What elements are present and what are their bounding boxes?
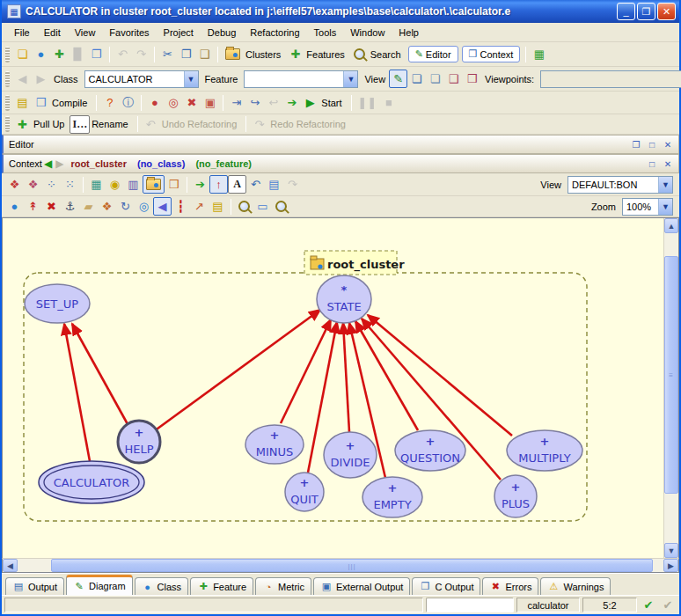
features-icon[interactable]: ✚ xyxy=(286,45,304,63)
tab-warnings[interactable]: ⚠Warnings xyxy=(540,577,611,595)
menu-file[interactable]: File xyxy=(7,25,37,40)
copy-icon[interactable]: ❐ xyxy=(177,45,195,63)
text-tool-icon[interactable]: A xyxy=(228,175,246,194)
class-ancestors-icon[interactable]: ❖ xyxy=(24,175,42,194)
diagram-history-icon[interactable]: ▤ xyxy=(265,175,283,194)
breakpoint-disable-icon[interactable]: ◎ xyxy=(164,93,182,112)
features-button[interactable]: ✚Features xyxy=(286,45,348,63)
crop-icon[interactable]: ◎ xyxy=(135,197,153,216)
run-no-stop-icon[interactable]: ➔ xyxy=(282,93,301,112)
link-tool-icon[interactable]: ↗ xyxy=(190,197,209,216)
pull-up-icon[interactable]: ✚ xyxy=(13,115,32,134)
diagram-canvas[interactable]: root_clusterSET_UP*STATE+HELPCALCULATOR+… xyxy=(3,218,663,558)
editor-toggle-button[interactable]: ✎Editor xyxy=(408,46,458,62)
tab-metric[interactable]: ◔Metric xyxy=(255,577,311,595)
menu-refactoring[interactable]: Refactoring xyxy=(243,25,306,40)
vscroll-thumb[interactable]: ≡ xyxy=(664,256,678,494)
forward-icon[interactable]: ▶ xyxy=(32,70,50,88)
supplier-links-icon[interactable]: ⁘ xyxy=(42,175,61,194)
debug-window-icon[interactable]: ▣ xyxy=(201,93,219,112)
class-node-empty[interactable]: +EMPTY xyxy=(362,477,422,517)
unanchor-icon[interactable]: ⚓ xyxy=(61,197,79,216)
open-project-icon[interactable]: ● xyxy=(32,45,50,63)
redo-icon[interactable]: ↷ xyxy=(132,45,150,63)
rename-icon[interactable]: I… xyxy=(70,115,90,134)
class-node-calculator[interactable]: CALCULATOR xyxy=(39,461,144,503)
pull-up-button[interactable]: ✚Pull Up xyxy=(13,115,68,134)
tab-class[interactable]: ●Class xyxy=(135,577,189,595)
chevron-down-icon[interactable]: ▼ xyxy=(658,177,672,193)
new-inheritance-icon[interactable]: ↟ xyxy=(24,197,42,216)
start-icon[interactable]: ▶ xyxy=(301,93,319,112)
viewpoints-combo[interactable]: ▼ xyxy=(540,70,681,88)
tab-diagram[interactable]: ✎Diagram xyxy=(66,575,133,595)
export-png-icon[interactable]: ▦ xyxy=(87,175,106,194)
vertical-scrollbar[interactable]: ▲ ≡ ▼ xyxy=(663,218,678,558)
force-directed-icon[interactable]: ➔ xyxy=(191,175,209,194)
project-settings-icon[interactable]: ▤ xyxy=(13,93,32,112)
chevron-down-icon[interactable]: ▼ xyxy=(184,71,198,87)
new-document-icon[interactable]: ❏ xyxy=(13,45,32,63)
search-icon[interactable] xyxy=(350,45,369,63)
class-node-state[interactable]: *STATE xyxy=(317,275,371,323)
menu-window[interactable]: Window xyxy=(343,25,392,40)
cluster-view-icon[interactable] xyxy=(143,175,165,194)
start-button[interactable]: ▶Start xyxy=(301,93,345,112)
fit-to-screen-icon[interactable]: ▭ xyxy=(253,197,272,216)
scroll-right-icon[interactable]: ▶ xyxy=(663,559,678,572)
menu-favorites[interactable]: Favorites xyxy=(102,25,156,40)
clusters-button[interactable]: Clusters xyxy=(222,45,284,63)
tab-feature[interactable]: ✚Feature xyxy=(190,577,253,595)
chevron-down-icon[interactable]: ▼ xyxy=(343,71,357,87)
menu-help[interactable]: Help xyxy=(392,25,426,40)
flat-view-icon[interactable]: ❏ xyxy=(407,70,426,88)
eraser-icon[interactable]: ▰ xyxy=(79,197,98,216)
save-all-state-icon[interactable]: ✔ xyxy=(659,598,677,612)
class-node-set_up[interactable]: SET_UP xyxy=(25,284,90,323)
compile-question-icon[interactable]: ? xyxy=(100,93,119,112)
inheritance-tool-icon[interactable]: ↑ xyxy=(209,175,228,194)
feature-combo[interactable]: ▼ xyxy=(244,70,358,88)
breakpoint-remove-icon[interactable]: ✖ xyxy=(182,93,201,112)
cut-icon[interactable]: ✂ xyxy=(158,45,177,63)
class-node-plus[interactable]: +PLUS xyxy=(494,475,537,517)
inheritance-arrow-help-to-state[interactable] xyxy=(154,310,320,431)
inheritance-arrow-divide-to-state[interactable] xyxy=(343,323,349,432)
delete-tool-icon[interactable]: ✖ xyxy=(42,197,61,216)
contract-view-icon[interactable]: ❑ xyxy=(444,70,463,88)
class-combo[interactable]: CALCULATOR▼ xyxy=(84,70,199,88)
maximize-pane-icon[interactable]: □ xyxy=(645,138,659,151)
close-button[interactable]: ✕ xyxy=(657,3,676,20)
scroll-up-icon[interactable]: ▲ xyxy=(664,218,678,233)
class-node-question[interactable]: +QUESTION xyxy=(395,430,465,471)
menu-project[interactable]: Project xyxy=(157,25,201,40)
context-cluster[interactable]: root_cluster xyxy=(70,158,127,169)
align-dots-icon[interactable]: ┇ xyxy=(172,197,190,216)
rotate-icon[interactable]: ↻ xyxy=(116,197,135,216)
class-node-minus[interactable]: +MINUS xyxy=(245,425,304,464)
compile-icon[interactable]: ❒ xyxy=(32,93,50,112)
add-class-icon[interactable]: ✚ xyxy=(50,45,69,63)
clusters-icon[interactable] xyxy=(222,45,244,63)
chevron-down-icon[interactable]: ▼ xyxy=(658,199,672,215)
menu-tools[interactable]: Tools xyxy=(307,25,344,40)
zoom-in-icon[interactable] xyxy=(235,197,253,216)
close-pane-icon[interactable]: ✕ xyxy=(661,158,675,171)
context-toggle-button[interactable]: ❒Context xyxy=(462,46,521,62)
pause-icon[interactable]: ❚❚ xyxy=(355,93,380,112)
tab-output[interactable]: ▤Output xyxy=(5,577,64,595)
redo-refactoring-icon[interactable]: ↷ xyxy=(250,115,268,134)
inheritance-arrow-multiply-to-state[interactable] xyxy=(368,315,512,436)
menu-view[interactable]: View xyxy=(68,25,103,40)
clickable-view-icon[interactable]: ❏ xyxy=(426,70,444,88)
step-out-icon[interactable]: ↩ xyxy=(264,93,282,112)
external-commands-icon[interactable]: ▦ xyxy=(530,45,548,63)
new-class-tool-icon[interactable]: ● xyxy=(5,197,24,216)
scroll-left-icon[interactable]: ◀ xyxy=(3,559,18,572)
close-pane-icon[interactable]: ✕ xyxy=(661,138,675,151)
diagram-redo-icon[interactable]: ↷ xyxy=(283,175,302,194)
inheritance-arrow-question-to-state[interactable] xyxy=(355,321,418,430)
scroll-down-icon[interactable]: ▼ xyxy=(664,543,678,558)
maximize-button[interactable]: ❐ xyxy=(637,3,655,20)
minimize-button[interactable]: _ xyxy=(617,3,635,20)
